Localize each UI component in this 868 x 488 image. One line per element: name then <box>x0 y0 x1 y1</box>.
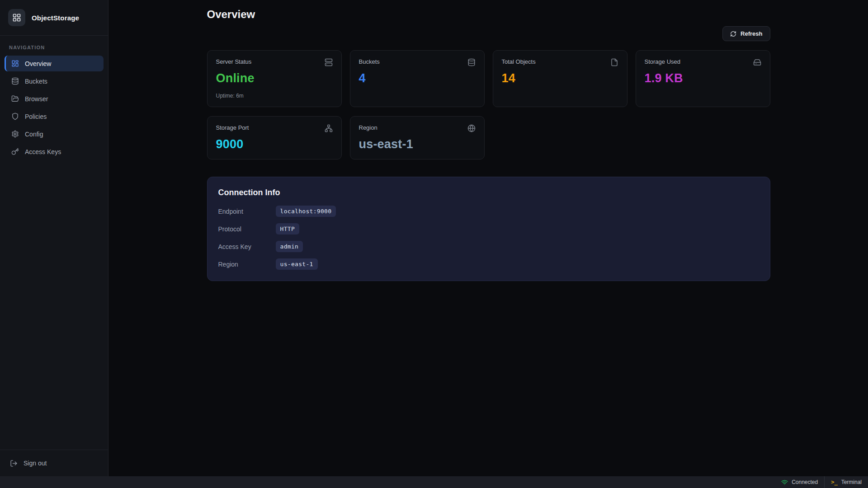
card-label: Storage Port <box>216 124 249 131</box>
sidebar-item-access-keys[interactable]: Access Keys <box>5 144 104 160</box>
refresh-label: Refresh <box>741 30 762 37</box>
connection-row-access-key: Access Key admin <box>218 241 759 252</box>
refresh-icon <box>730 31 736 37</box>
sidebar-item-buckets[interactable]: Buckets <box>5 73 104 89</box>
connection-info-title: Connection Info <box>218 188 759 197</box>
connection-status-label: Connected <box>792 479 818 485</box>
wifi-icon <box>781 479 788 486</box>
sidebar-item-policies[interactable]: Policies <box>5 108 104 124</box>
connection-info-panel: Connection Info Endpoint localhost:9000 … <box>207 177 770 281</box>
card-value: us-east-1 <box>359 137 476 151</box>
sidebar-item-label: Browser <box>25 95 48 103</box>
layout-grid-icon <box>12 13 21 22</box>
sidebar-item-label: Access Keys <box>25 148 61 155</box>
connection-row-label: Region <box>218 261 276 268</box>
connection-status: Connected <box>775 476 824 488</box>
connection-row-endpoint: Endpoint localhost:9000 <box>218 206 759 217</box>
connection-row-label: Endpoint <box>218 208 276 215</box>
page-title: Overview <box>207 8 770 21</box>
refresh-button[interactable]: Refresh <box>722 26 770 41</box>
database-icon <box>467 58 476 66</box>
connection-row-region: Region us-east-1 <box>218 258 759 270</box>
signout-section: Sign out <box>0 450 108 476</box>
network-icon <box>325 124 333 132</box>
connection-row-value: admin <box>276 241 303 252</box>
card-label: Total Objects <box>502 58 536 65</box>
connection-row-value: HTTP <box>276 223 300 235</box>
card-buckets: Buckets 4 <box>350 50 485 107</box>
card-value: 9000 <box>216 137 333 151</box>
sign-out-button[interactable]: Sign out <box>5 455 104 471</box>
sidebar-item-label: Config <box>25 131 43 138</box>
sign-out-label: Sign out <box>24 460 47 467</box>
card-label: Region <box>359 124 377 131</box>
stat-cards: Server Status Online Uptime: 6m Buckets … <box>207 50 770 160</box>
card-value: Online <box>216 71 333 85</box>
terminal-toggle[interactable]: >_ Terminal <box>825 476 868 488</box>
card-value: 1.9 KB <box>645 71 761 85</box>
terminal-label: Terminal <box>841 479 862 485</box>
sidebar-item-config[interactable]: Config <box>5 126 104 142</box>
app-logo-row: ObjectStorage <box>0 0 108 36</box>
sidebar-item-overview[interactable]: Overview <box>5 56 104 71</box>
nav-section-label: NAVIGATION <box>5 45 104 50</box>
sidebar-item-label: Overview <box>25 60 51 67</box>
connection-row-value: localhost:9000 <box>276 206 336 217</box>
card-label: Server Status <box>216 58 252 65</box>
sidebar-item-label: Policies <box>25 113 47 120</box>
sidebar-item-label: Buckets <box>25 78 47 85</box>
card-storage-used: Storage Used 1.9 KB <box>636 50 770 107</box>
file-icon <box>610 58 618 66</box>
connection-row-value: us-east-1 <box>276 258 318 270</box>
toolbar: Refresh <box>207 26 770 41</box>
sidebar: ObjectStorage NAVIGATION Overview Bucket… <box>0 0 108 476</box>
card-subtext: Uptime: 6m <box>216 93 333 99</box>
database-icon <box>11 77 19 85</box>
app-title: ObjectStorage <box>32 14 79 22</box>
card-label: Buckets <box>359 58 380 65</box>
card-server-status: Server Status Online Uptime: 6m <box>207 50 342 107</box>
layout-dashboard-icon <box>11 60 19 67</box>
gear-icon <box>11 130 19 138</box>
card-value: 4 <box>359 71 476 85</box>
status-bar: Connected >_ Terminal <box>0 476 868 488</box>
server-icon <box>325 58 333 66</box>
hard-drive-icon <box>753 58 761 66</box>
sidebar-nav: NAVIGATION Overview Buckets Browser Poli… <box>0 36 108 450</box>
main-content: Overview Refresh Server Status Online Up… <box>109 0 868 476</box>
folder-open-icon <box>11 95 19 103</box>
card-storage-port: Storage Port 9000 <box>207 116 342 160</box>
card-label: Storage Used <box>645 58 681 65</box>
log-out-icon <box>10 460 18 467</box>
terminal-icon: >_ <box>831 479 837 485</box>
key-icon <box>11 148 19 155</box>
sidebar-item-browser[interactable]: Browser <box>5 91 104 107</box>
card-value: 14 <box>502 71 618 85</box>
globe-icon <box>467 124 476 132</box>
card-total-objects: Total Objects 14 <box>493 50 627 107</box>
app-logo <box>8 9 25 26</box>
connection-row-protocol: Protocol HTTP <box>218 223 759 235</box>
connection-row-label: Access Key <box>218 243 276 250</box>
connection-row-label: Protocol <box>218 225 276 233</box>
card-region: Region us-east-1 <box>350 116 485 160</box>
shield-icon <box>11 113 19 120</box>
